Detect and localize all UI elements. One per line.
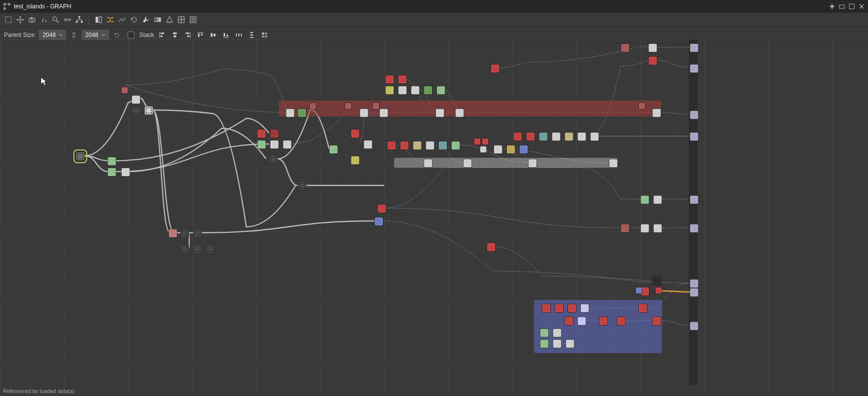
graph-node[interactable] bbox=[513, 132, 522, 141]
graph-node[interactable] bbox=[577, 317, 586, 325]
graph-node[interactable] bbox=[609, 159, 618, 168]
graph-node[interactable] bbox=[398, 86, 407, 95]
graph-node[interactable] bbox=[640, 224, 649, 233]
graph-node[interactable] bbox=[621, 43, 630, 52]
move-tool-icon[interactable] bbox=[15, 15, 26, 25]
list-icon[interactable] bbox=[188, 15, 199, 25]
graph-node[interactable] bbox=[474, 138, 481, 145]
graph-node[interactable] bbox=[463, 159, 472, 168]
graph-frame[interactable] bbox=[279, 101, 661, 116]
graph-node[interactable] bbox=[552, 132, 561, 141]
snap-to-grid-icon[interactable] bbox=[260, 30, 269, 40]
hierarchy-icon[interactable] bbox=[74, 15, 85, 25]
camera-icon[interactable] bbox=[27, 15, 37, 25]
align-center-v-icon[interactable] bbox=[208, 30, 218, 40]
pin-button[interactable] bbox=[828, 2, 836, 11]
gradient-icon[interactable] bbox=[152, 15, 163, 25]
graph-node[interactable] bbox=[298, 108, 306, 117]
panels-icon[interactable] bbox=[93, 15, 104, 25]
graph-node[interactable] bbox=[132, 95, 140, 104]
wrench-icon[interactable] bbox=[140, 15, 151, 25]
graph-node[interactable] bbox=[494, 145, 502, 154]
grid-icon[interactable] bbox=[176, 15, 187, 25]
graph-node[interactable] bbox=[438, 141, 447, 150]
graph-node[interactable] bbox=[528, 159, 537, 168]
graph-node[interactable] bbox=[652, 317, 661, 325]
flow-icon[interactable] bbox=[105, 15, 116, 25]
graph-node[interactable] bbox=[540, 339, 549, 348]
graph-node[interactable] bbox=[270, 129, 279, 138]
maximize-button[interactable] bbox=[847, 2, 856, 11]
graph-node[interactable] bbox=[653, 195, 662, 204]
graph-node[interactable] bbox=[309, 103, 316, 109]
graph-node[interactable] bbox=[372, 103, 379, 109]
graph-node[interactable] bbox=[487, 243, 496, 252]
graph-node[interactable] bbox=[286, 108, 295, 117]
graph-node[interactable] bbox=[690, 43, 699, 52]
graph-node[interactable] bbox=[351, 129, 360, 138]
graph-node[interactable] bbox=[621, 224, 630, 233]
graph-node[interactable] bbox=[329, 145, 338, 154]
graph-canvas[interactable] bbox=[0, 39, 868, 396]
graph-node[interactable] bbox=[590, 132, 599, 141]
close-button[interactable] bbox=[857, 2, 866, 11]
graph-node[interactable] bbox=[690, 322, 699, 330]
graph-node[interactable] bbox=[526, 132, 535, 141]
graph-node[interactable] bbox=[553, 328, 562, 337]
graph-node[interactable] bbox=[690, 224, 699, 233]
graph-node[interactable] bbox=[144, 106, 153, 115]
graph-node[interactable] bbox=[635, 287, 642, 294]
graph-node[interactable] bbox=[638, 103, 645, 109]
align-center-h-icon[interactable] bbox=[170, 30, 180, 40]
graph-node[interactable] bbox=[599, 317, 608, 325]
graph-node[interactable] bbox=[653, 224, 662, 233]
info-icon[interactable]: i bbox=[38, 15, 49, 25]
graph-node[interactable] bbox=[168, 229, 177, 238]
graph-node[interactable] bbox=[377, 204, 386, 213]
graph-node[interactable] bbox=[568, 304, 576, 313]
graph-node[interactable] bbox=[257, 129, 266, 138]
graph-node[interactable] bbox=[542, 304, 551, 313]
graph-node[interactable] bbox=[180, 245, 189, 253]
graph-node[interactable] bbox=[648, 56, 657, 65]
graph-node[interactable] bbox=[193, 245, 202, 253]
link-sizes-icon[interactable] bbox=[69, 30, 79, 40]
graph-node[interactable] bbox=[540, 328, 549, 337]
graph-node[interactable] bbox=[648, 43, 657, 52]
graph-node[interactable] bbox=[374, 217, 383, 226]
graph-node[interactable] bbox=[553, 339, 562, 348]
graph-node[interactable] bbox=[398, 75, 407, 84]
graph-node[interactable] bbox=[364, 140, 372, 149]
curve-icon[interactable] bbox=[117, 15, 128, 25]
graph-node[interactable] bbox=[506, 145, 515, 154]
graph-node[interactable] bbox=[435, 108, 444, 117]
graph-node[interactable] bbox=[580, 304, 589, 313]
graph-node[interactable] bbox=[455, 108, 464, 117]
align-bottom-icon[interactable] bbox=[221, 30, 231, 40]
graph-node[interactable] bbox=[480, 146, 487, 153]
graph-node[interactable] bbox=[424, 86, 433, 95]
graph-node[interactable] bbox=[451, 141, 460, 150]
graph-node[interactable] bbox=[180, 229, 189, 238]
highlight-icon[interactable] bbox=[164, 15, 175, 25]
graph-node[interactable] bbox=[283, 140, 292, 149]
graph-node[interactable] bbox=[655, 287, 662, 294]
parent-size-height-dropdown[interactable]: 2048 bbox=[82, 30, 109, 40]
graph-node[interactable] bbox=[121, 168, 130, 177]
graph-node[interactable] bbox=[385, 75, 394, 84]
select-tool-icon[interactable] bbox=[3, 15, 14, 25]
stack-checkbox[interactable] bbox=[128, 32, 134, 38]
graph-node[interactable] bbox=[482, 138, 489, 145]
minimize-button[interactable] bbox=[837, 2, 846, 11]
refresh-icon[interactable] bbox=[129, 15, 139, 25]
graph-node[interactable] bbox=[519, 145, 528, 154]
graph-node[interactable] bbox=[424, 159, 433, 168]
graph-node[interactable] bbox=[206, 245, 215, 253]
graph-node[interactable] bbox=[555, 304, 564, 313]
graph-node[interactable] bbox=[345, 103, 352, 109]
graph-node[interactable] bbox=[566, 339, 574, 348]
graph-node[interactable] bbox=[107, 157, 116, 166]
graph-node[interactable] bbox=[690, 279, 699, 288]
graph-node[interactable] bbox=[652, 108, 661, 117]
graph-node[interactable] bbox=[411, 86, 420, 95]
